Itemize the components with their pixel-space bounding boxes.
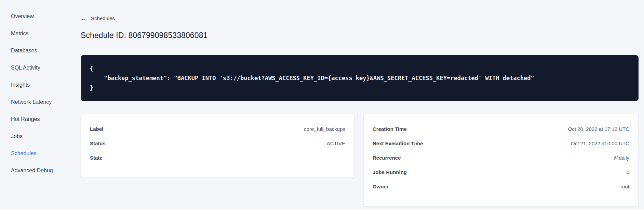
- sidebar-item-insights[interactable]: Insights: [0, 76, 81, 94]
- sidebar-item-jobs[interactable]: Jobs: [0, 128, 81, 145]
- card-row-label: Label core_full_backups: [81, 122, 354, 136]
- row-label: Recurrence: [373, 155, 401, 161]
- code-line: }: [90, 83, 629, 92]
- card-row-owner: Owner root: [364, 179, 638, 194]
- sidebar-item-hot-ranges[interactable]: Hot Ranges: [0, 111, 81, 128]
- row-value: 0: [627, 169, 629, 175]
- row-value: core_full_backups: [304, 126, 345, 132]
- card-row-jobs-running: Jobs Running 0: [364, 165, 638, 179]
- row-value: root: [620, 184, 629, 189]
- sidebar-item-databases[interactable]: Databases: [0, 42, 81, 59]
- sidebar-item-network-latency[interactable]: Network Latency: [0, 94, 81, 111]
- card-row-creation-time: Creation Time Oct 20, 2022 at 17:12 UTC: [364, 122, 638, 136]
- page: Overview Metrics Databases SQL Activity …: [0, 0, 644, 210]
- sidebar-item-label: Network Latency: [11, 99, 52, 105]
- row-value: Oct 20, 2022 at 17:12 UTC: [568, 126, 629, 132]
- row-label: State: [90, 155, 103, 161]
- schedule-timing-card: Creation Time Oct 20, 2022 at 17:12 UTC …: [363, 114, 639, 207]
- sidebar-item-label: Metrics: [11, 30, 29, 37]
- schedule-statement-code-block: { "backup_statement": "BACKUP INTO 's3:/…: [81, 55, 639, 101]
- row-label: Status: [90, 140, 106, 146]
- sidebar-item-label: Jobs: [11, 133, 23, 139]
- row-label: Next Execution Time: [373, 140, 423, 146]
- back-link-label: Schedules: [91, 15, 115, 21]
- sidebar-item-label: Insights: [11, 82, 30, 88]
- row-label: Creation Time: [373, 126, 407, 132]
- arrow-left-icon: ←: [81, 15, 87, 21]
- row-label: Label: [90, 126, 103, 132]
- card-row-status: Status ACTIVE: [81, 136, 354, 150]
- row-value: @daily: [614, 155, 629, 161]
- back-link[interactable]: ← Schedules: [81, 15, 115, 21]
- row-label: Jobs Running: [373, 169, 407, 175]
- row-label: Owner: [373, 184, 389, 189]
- schedule-details-card: Label core_full_backups Status ACTIVE St…: [81, 114, 354, 178]
- sidebar-item-sql-activity[interactable]: SQL Activity: [0, 59, 81, 76]
- sidebar-item-label: Hot Ranges: [11, 116, 40, 122]
- sidebar-item-label: Schedules: [11, 150, 37, 157]
- sidebar-item-label: Overview: [11, 13, 34, 20]
- code-line: "backup_statement": "BACKUP INTO 's3://b…: [90, 73, 629, 83]
- sidebar-item-advanced-debug[interactable]: Advanced Debug: [0, 162, 81, 179]
- summary-cards: Label core_full_backups Status ACTIVE St…: [81, 114, 639, 207]
- sidebar-item-label: Advanced Debug: [11, 168, 53, 174]
- sidebar-item-schedules[interactable]: Schedules: [0, 145, 81, 162]
- sidebar-item-label: SQL Activity: [11, 65, 40, 71]
- page-title: Schedule ID: 806799098533806081: [81, 31, 639, 40]
- sidebar-item-label: Databases: [11, 48, 37, 54]
- main-content: ← Schedules Schedule ID: 806799098533806…: [81, 0, 644, 210]
- sidebar-item-overview[interactable]: Overview: [0, 8, 81, 25]
- card-row-next-execution-time: Next Execution Time Oct 21, 2022 at 0:00…: [364, 136, 638, 150]
- card-row-state: State: [81, 150, 354, 165]
- card-row-recurrence: Recurrence @daily: [364, 150, 638, 165]
- row-value: ACTIVE: [327, 140, 345, 146]
- sidebar-item-metrics[interactable]: Metrics: [0, 25, 81, 42]
- sidebar: Overview Metrics Databases SQL Activity …: [0, 0, 81, 210]
- row-value: Oct 21, 2022 at 0:00 UTC: [571, 140, 629, 146]
- code-line: {: [90, 64, 629, 73]
